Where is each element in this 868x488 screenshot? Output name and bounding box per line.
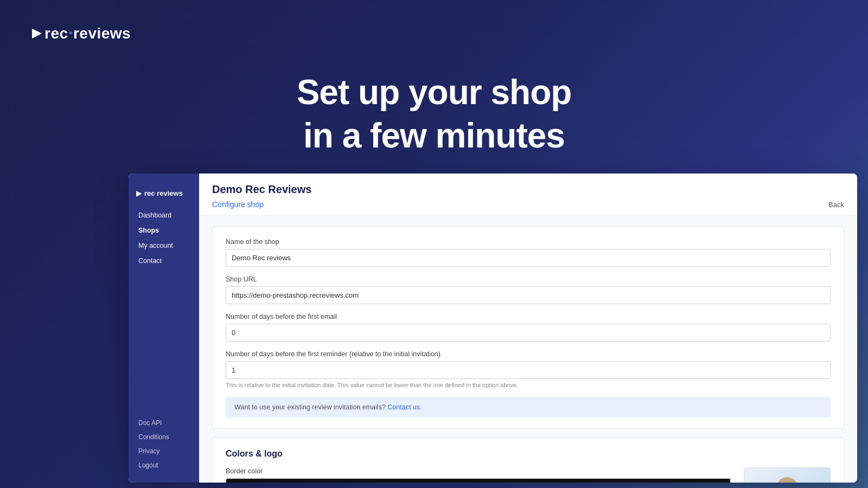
- sidebar-item-contact[interactable]: Contact: [136, 254, 192, 268]
- form-group-days-first-email: Number of days before the first email: [226, 313, 831, 342]
- sidebar-item-conditions[interactable]: Conditions: [136, 431, 192, 444]
- form-section-main: Name of the shop Shop URL Number of days…: [212, 227, 844, 429]
- form-area: Name of the shop Shop URL Number of days…: [199, 216, 857, 483]
- colors-content: Border color Logo URL: [226, 467, 831, 483]
- sidebar-item-my-account[interactable]: My account: [136, 239, 192, 253]
- top-logo: ▶ rec·reviews: [32, 24, 131, 42]
- sidebar-item-doc-api[interactable]: Doc API: [136, 416, 192, 429]
- hero-line1: Set up your shop: [297, 73, 572, 112]
- colors-form: Border color Logo URL: [226, 467, 731, 483]
- form-group-name: Name of the shop: [226, 238, 831, 267]
- days-reminder-input[interactable]: [226, 361, 831, 379]
- border-color-label: Border color: [226, 467, 731, 475]
- logo-reviews: reviews: [73, 25, 131, 42]
- logo-rec: rec: [44, 25, 68, 42]
- banner-text: Want to use your existing review invitat…: [234, 403, 386, 411]
- form-group-days-reminder: Number of days before the first reminder…: [226, 350, 831, 388]
- banner-link[interactable]: Contact us.: [387, 403, 422, 411]
- back-button[interactable]: Back: [828, 201, 844, 209]
- logo-preview-box: 10.10.2023 - John D.: [744, 467, 831, 483]
- border-color-swatch[interactable]: [226, 478, 731, 483]
- sidebar-logo-text: rec·reviews: [144, 189, 183, 197]
- form-group-border-color: Border color: [226, 467, 731, 483]
- main-content: Demo Rec Reviews Configure shop Back Nam…: [199, 174, 857, 483]
- breadcrumb-row: Configure shop Back: [212, 200, 844, 215]
- avatar-head: [776, 477, 798, 483]
- colors-title: Colors & logo: [226, 449, 831, 459]
- shop-title: Demo Rec Reviews: [212, 183, 844, 196]
- logo-play-icon: ▶: [32, 26, 41, 40]
- name-input[interactable]: [226, 249, 831, 267]
- days-reminder-label: Number of days before the first reminder…: [226, 350, 831, 358]
- main-card: ▶ rec·reviews Dashboard Shops My account…: [129, 174, 857, 483]
- colors-section: Colors & logo Border color Logo URL: [212, 438, 844, 483]
- url-input[interactable]: [226, 286, 831, 304]
- sidebar-bottom-nav: Doc API Conditions Privacy Logout: [129, 416, 199, 472]
- url-label: Shop URL: [226, 275, 831, 283]
- form-group-url: Shop URL: [226, 275, 831, 304]
- days-first-email-input[interactable]: [226, 324, 831, 342]
- sidebar-item-logout[interactable]: Logout: [136, 459, 192, 472]
- sidebar-item-privacy[interactable]: Privacy: [136, 445, 192, 458]
- person-avatar: [765, 473, 809, 483]
- hero-line2: in a few minutes: [303, 116, 565, 155]
- days-first-email-label: Number of days before the first email: [226, 313, 831, 320]
- days-reminder-hint: This is relative to the initial invitati…: [226, 382, 831, 388]
- hero-heading: Set up your shop in a few minutes: [0, 70, 868, 157]
- hero-title: Set up your shop in a few minutes: [0, 70, 868, 157]
- sidebar-item-dashboard[interactable]: Dashboard: [136, 208, 192, 222]
- sidebar-logo-play-icon: ▶: [136, 189, 142, 197]
- content-header: Demo Rec Reviews Configure shop Back: [199, 174, 857, 216]
- logo-dot: ·: [68, 23, 73, 42]
- sidebar: ▶ rec·reviews Dashboard Shops My account…: [129, 174, 199, 483]
- breadcrumb: Configure shop: [212, 200, 264, 209]
- sidebar-nav: Dashboard Shops My account Contact: [129, 208, 199, 416]
- logo-text: rec·reviews: [44, 24, 131, 42]
- sidebar-logo-reviews: reviews: [157, 189, 183, 197]
- sidebar-logo: ▶ rec·reviews: [129, 184, 199, 208]
- name-label: Name of the shop: [226, 238, 831, 246]
- info-banner: Want to use your existing review invitat…: [226, 397, 831, 418]
- sidebar-item-shops[interactable]: Shops: [136, 223, 192, 237]
- preview-image: 10.10.2023 - John D.: [744, 467, 831, 483]
- sidebar-logo-rec: rec: [144, 189, 155, 197]
